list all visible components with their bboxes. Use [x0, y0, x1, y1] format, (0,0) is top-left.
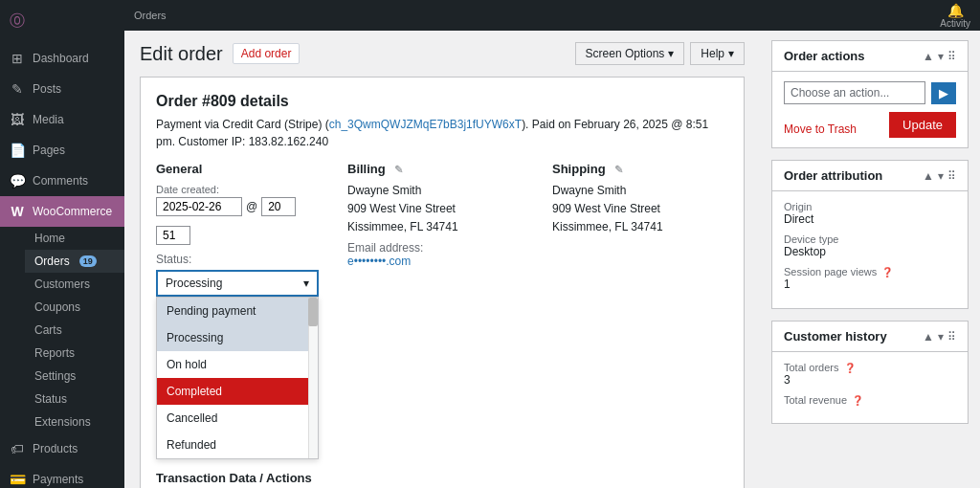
admin-topbar: Orders 🔔 Activity — [124, 0, 980, 31]
sidebar-item-label: Posts — [33, 82, 61, 96]
sidebar-item-posts[interactable]: ✎ Posts — [0, 74, 124, 104]
order-attribution-header: Order attribution ▲ ▾ ⠿ — [772, 161, 968, 191]
order-payment-info: Payment via Credit Card (Stripe) (ch_3Qw… — [156, 116, 728, 150]
collapse-down-icon[interactable]: ▾ — [938, 50, 944, 63]
at-text: @ — [246, 200, 257, 213]
order-actions-title: Order actions — [784, 49, 865, 63]
status-option-refunded[interactable]: Refunded — [157, 432, 318, 458]
general-column: General Date created: @ Status: — [156, 162, 319, 459]
total-revenue-help-icon[interactable]: ❓ — [852, 395, 863, 406]
screen-options-chevron-icon: ▾ — [668, 47, 674, 60]
media-icon: 🖼 — [10, 112, 25, 127]
total-orders-row: Total orders ❓ 3 — [784, 362, 956, 387]
order-actions-header: Order actions ▲ ▾ ⠿ — [772, 41, 968, 72]
sidebar-item-label: Payments — [33, 473, 83, 486]
sidebar-item-woocommerce[interactable]: W WooCommerce — [0, 196, 124, 227]
total-orders-label: Total orders ❓ — [784, 362, 956, 373]
device-type-value: Desktop — [784, 245, 956, 258]
session-pages-row: Session page views ❓ 1 — [784, 266, 956, 291]
sidebar-item-label: Media — [33, 113, 64, 126]
hour-input[interactable] — [261, 197, 296, 216]
status-option-cancelled[interactable]: Cancelled — [157, 405, 318, 432]
email-label: Email address: — [347, 241, 523, 255]
status-select-button[interactable]: Processing ▾ — [156, 270, 319, 297]
ch-handle-icon[interactable]: ⠿ — [947, 330, 956, 344]
sidebar-item-customers[interactable]: Customers — [25, 273, 124, 296]
total-orders-help-icon[interactable]: ❓ — [844, 363, 856, 373]
customer-history-body: Total orders ❓ 3 Total revenue ❓ — [772, 352, 968, 423]
origin-row: Origin Direct — [784, 201, 956, 226]
sidebar-item-comments[interactable]: 💬 Comments — [0, 166, 124, 196]
attr-collapse-up-icon[interactable]: ▲ — [923, 169, 934, 183]
sidebar-item-label: Home — [34, 232, 65, 245]
total-orders-value: 3 — [784, 373, 956, 387]
shipping-edit-icon[interactable]: ✎ — [614, 164, 623, 175]
customer-history-panel: Customer history ▲ ▾ ⠿ Total orders ❓ 3 — [771, 321, 969, 424]
action-go-button[interactable]: ▶ — [931, 82, 956, 104]
update-button[interactable]: Update — [889, 112, 956, 138]
sidebar-item-products[interactable]: 🏷 Products — [0, 433, 124, 464]
device-type-label: Device type — [784, 233, 956, 245]
sidebar-item-dashboard[interactable]: ⊞ Dashboard — [0, 43, 124, 74]
add-order-button[interactable]: Add order — [233, 43, 301, 64]
sidebar-item-media[interactable]: 🖼 Media — [0, 104, 124, 135]
sidebar-item-payments[interactable]: 💳 Payments — [0, 464, 124, 488]
collapse-up-icon[interactable]: ▲ — [923, 50, 934, 63]
date-row: @ — [156, 197, 319, 216]
activity-icon: 🔔 — [947, 3, 964, 18]
attr-handle-icon[interactable]: ⠿ — [947, 169, 956, 183]
general-title: General — [156, 162, 319, 176]
order-actions-body: Choose an action... ▶ Move to Trash Upda… — [772, 72, 968, 147]
page-title: Edit order — [140, 43, 223, 65]
customer-history-icons: ▲ ▾ ⠿ — [923, 330, 956, 344]
sidebar-item-orders[interactable]: Orders 19 — [25, 250, 124, 273]
billing-edit-icon[interactable]: ✎ — [394, 164, 403, 175]
sidebar-item-home[interactable]: Home — [25, 227, 124, 250]
order-columns: General Date created: @ Status: — [156, 162, 728, 459]
date-input[interactable] — [156, 197, 242, 216]
shipping-address1: 909 West Vine Street — [552, 200, 728, 218]
sidebar-item-status[interactable]: Status — [25, 388, 124, 410]
sidebar-item-pages[interactable]: 📄 Pages — [0, 135, 124, 166]
stripe-link[interactable]: ch_3QwmQWJZMqE7bB3j1fUYW6xT — [329, 118, 522, 131]
sidebar-item-settings[interactable]: Settings — [25, 365, 124, 388]
status-option-completed[interactable]: Completed — [157, 378, 318, 405]
status-option-pending[interactable]: Pending payment — [157, 298, 318, 324]
sidebar-logo: ⓪ — [0, 0, 124, 43]
sidebar-item-extensions[interactable]: Extensions — [25, 410, 124, 433]
screen-options-label: Screen Options — [586, 47, 665, 60]
total-revenue-label: Total revenue ❓ — [784, 394, 956, 406]
ch-collapse-down-icon[interactable]: ▾ — [938, 330, 944, 344]
shipping-title: Shipping ✎ — [552, 162, 728, 176]
transaction-title: Transaction Data / Actions — [156, 471, 728, 485]
dropdown-scrollbar[interactable] — [308, 298, 318, 458]
sidebar-item-label: Pages — [33, 144, 65, 157]
status-wrapper: Processing ▾ Pending payment Processing — [156, 270, 319, 459]
sidebar-item-coupons[interactable]: Coupons — [25, 296, 124, 319]
screen-options-button[interactable]: Screen Options ▾ — [575, 42, 685, 65]
status-option-on-hold[interactable]: On hold — [157, 351, 318, 378]
minute-input[interactable] — [156, 226, 190, 245]
help-chevron-icon: ▾ — [728, 47, 734, 60]
date-label: Date created: — [156, 184, 319, 195]
device-type-row: Device type Desktop — [784, 233, 956, 258]
top-actions: Screen Options ▾ Help ▾ — [575, 42, 745, 65]
sidebar: ⓪ ⊞ Dashboard ✎ Posts 🖼 Media 📄 Pages 💬 … — [0, 0, 124, 488]
sidebar-item-reports[interactable]: Reports — [25, 342, 124, 365]
status-option-processing[interactable]: Processing — [157, 324, 318, 351]
move-trash-link[interactable]: Move to Trash — [784, 122, 857, 136]
sidebar-item-label: Products — [33, 442, 78, 455]
billing-email[interactable]: e••••••••.com — [347, 255, 411, 268]
sidebar-item-carts[interactable]: Carts — [25, 319, 124, 342]
ch-collapse-up-icon[interactable]: ▲ — [923, 330, 934, 344]
billing-email-section: Email address: e••••••••.com — [347, 241, 523, 268]
status-dropdown: Pending payment Processing On hold Compl… — [156, 297, 319, 459]
handle-icon[interactable]: ⠿ — [947, 50, 956, 63]
billing-address1: 909 West Vine Street — [347, 200, 523, 218]
help-button[interactable]: Help ▾ — [690, 42, 745, 65]
session-pages-help-icon[interactable]: ❓ — [881, 267, 893, 277]
attr-collapse-down-icon[interactable]: ▾ — [938, 169, 944, 183]
order-actions-panel: Order actions ▲ ▾ ⠿ Choose an action... … — [771, 40, 969, 148]
activity-button[interactable]: 🔔 Activity — [940, 3, 970, 29]
action-select[interactable]: Choose an action... — [784, 81, 925, 104]
